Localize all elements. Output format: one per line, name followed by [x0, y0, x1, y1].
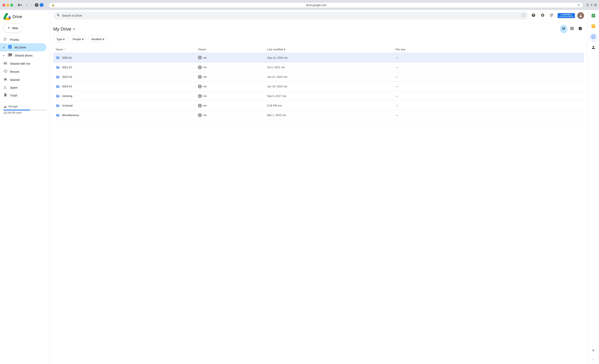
- shared-drives-icon: [8, 53, 12, 58]
- panel-add-button[interactable]: +: [590, 346, 596, 355]
- plus-icon: +: [8, 26, 10, 30]
- sidebar-item-shared-drives[interactable]: ▸ Shared drives: [0, 51, 46, 60]
- apps-button[interactable]: [548, 12, 555, 19]
- panel-notes-button[interactable]: [590, 22, 597, 31]
- cell-name: Miscellaneous: [53, 110, 195, 120]
- url-display: drive.google.com: [56, 4, 577, 7]
- details-view-button[interactable]: [577, 25, 584, 33]
- cell-owner: me: [195, 91, 264, 101]
- priority-icon: ⏱: [3, 37, 8, 42]
- sidebar-item-trash[interactable]: Trash: [0, 91, 46, 99]
- table-row[interactable]: 2022-23 me Jun 21, 2022 me — ⋮: [53, 72, 584, 82]
- new-tab-button[interactable]: +: [590, 3, 592, 7]
- filter-modified-chip[interactable]: Modified ▾: [88, 36, 107, 43]
- cell-size: — ⋮: [393, 82, 584, 91]
- cell-modified: Sep 13, 2020 me: [264, 53, 393, 62]
- shield-extension-icon[interactable]: 🛡: [35, 3, 38, 7]
- search-icon: [57, 13, 60, 18]
- owner-avatar: [198, 113, 202, 117]
- reload-icon[interactable]: ↻: [578, 4, 580, 7]
- cell-owner: me: [195, 53, 264, 62]
- filter-type-chip[interactable]: Type ▾: [53, 36, 68, 43]
- sidebar-item-my-drive[interactable]: ▸ My Drive: [0, 43, 46, 51]
- owner-avatar: [198, 56, 202, 60]
- cell-size: — ⋮: [393, 53, 584, 62]
- user-avatar[interactable]: [577, 12, 584, 19]
- cell-owner: me: [195, 72, 264, 82]
- table-row[interactable]: 2023-24 me Jun 19, 2023 me — ⋮: [53, 82, 584, 91]
- column-owner-label: Owner: [198, 48, 206, 51]
- cell-name: 2023-24: [53, 82, 195, 91]
- title-dropdown-button[interactable]: ▾: [73, 27, 76, 32]
- new-button[interactable]: + New: [3, 23, 22, 33]
- storage-icon-row: ☁ Storage: [3, 104, 46, 108]
- filter-modified-label: Modified: [91, 38, 102, 41]
- search-placeholder-text: Search in Drive: [62, 14, 520, 17]
- sidebar-item-starred[interactable]: Starred: [0, 76, 46, 84]
- address-bar[interactable]: 🔒 drive.google.com ↻: [48, 2, 583, 8]
- sidebar-item-shared-with-me[interactable]: Shared with me: [0, 60, 46, 68]
- browser-chrome: ⊞ ▾ ‹ › 🛡 i 🔒 drive.google.com ↻ ⎙ + ⧉: [0, 0, 599, 10]
- search-bar[interactable]: Search in Drive: [53, 12, 529, 19]
- sidebar-item-spam[interactable]: ⚠ Spam: [0, 84, 46, 91]
- info-extension-icon[interactable]: i: [40, 3, 44, 7]
- table-row[interactable]: 2021-22 me Jul 2, 2021 me — ⋮: [53, 62, 584, 72]
- sidebar-item-label-priority: Priority: [10, 38, 19, 41]
- sort-modified-icon[interactable]: ▾: [284, 48, 285, 51]
- app-logo-row: Drive: [0, 12, 50, 22]
- share-button[interactable]: ⎙: [587, 3, 589, 7]
- table-row[interactable]: 2020-21 me Sep 13, 2020 me —: [53, 53, 584, 62]
- cell-modified: 8:28 PM me: [264, 101, 393, 110]
- search-options-icon[interactable]: [521, 13, 525, 18]
- forward-button[interactable]: ›: [29, 3, 33, 7]
- file-table-body: 2020-21 me Sep 13, 2020 me —: [53, 53, 584, 120]
- filter-people-chip[interactable]: People ▾: [70, 36, 87, 43]
- sidebar-item-priority[interactable]: ⏱ Priority: [0, 36, 46, 43]
- sidebar-item-label-trash: Trash: [10, 94, 17, 97]
- table-row[interactable]: Advising me Sep 8, 2017 me — ⋮: [53, 91, 584, 101]
- sort-name-icon[interactable]: ↑: [64, 48, 66, 51]
- maximize-window-button[interactable]: [10, 4, 13, 7]
- back-button[interactable]: ‹: [25, 3, 28, 7]
- storage-used-text: 102.69 GB used: [3, 111, 46, 114]
- close-window-button[interactable]: [2, 4, 5, 7]
- sidebar-item-label-spam: Spam: [10, 86, 18, 89]
- owner-avatar: [198, 75, 202, 79]
- google-drive-logo-icon: [3, 13, 11, 20]
- filter-row: Type ▾ People ▾ Modified ▾: [53, 36, 584, 43]
- my-drive-icon: [8, 45, 12, 50]
- sidebar-item-label-my-drive: My Drive: [15, 46, 26, 49]
- cell-name: 2020-21: [53, 53, 195, 62]
- cell-modified: Jun 19, 2023 me: [264, 82, 393, 91]
- shared-with-me-icon: [3, 61, 8, 66]
- cell-modified: Jun 21, 2022 me: [264, 72, 393, 82]
- filter-type-arrow-icon: ▾: [63, 37, 65, 41]
- cell-owner: me: [195, 101, 264, 110]
- owner-avatar: [198, 85, 202, 89]
- panel-tasks-button[interactable]: [590, 33, 597, 42]
- cell-name: 2021-22: [53, 62, 195, 72]
- minimize-window-button[interactable]: [7, 4, 9, 7]
- sidebar-item-label-shared-drives: Shared drives: [15, 54, 32, 57]
- extension-icons: 🛡 i: [35, 3, 44, 7]
- cloud-icon: ☁: [3, 104, 7, 108]
- extensions-button[interactable]: ⧉: [594, 3, 597, 7]
- org-logo-sub: COLLEGE SCHOOL: [559, 16, 573, 18]
- table-row[interactable]: Archived me 8:28 PM me — ⋮: [53, 101, 584, 110]
- list-view-button[interactable]: [560, 25, 567, 33]
- panel-collapse-button[interactable]: ›: [591, 356, 595, 362]
- filter-people-label: People: [73, 38, 81, 41]
- panel-sheets-button[interactable]: [590, 12, 597, 21]
- grid-view-button[interactable]: [568, 25, 576, 33]
- cell-owner: me: [195, 110, 264, 120]
- help-button[interactable]: [530, 12, 537, 19]
- settings-button[interactable]: [539, 12, 546, 19]
- column-name: Name ↑: [53, 46, 195, 53]
- column-name-label: Name: [56, 48, 63, 51]
- sidebar-item-recent[interactable]: Recent: [0, 68, 46, 76]
- sidebar: Drive + New ⏱ Priority ▸ My Drive ▸ Shar…: [0, 10, 50, 364]
- cell-size: — ⋮: [393, 110, 584, 120]
- table-row[interactable]: Miscellaneous me Mar 1, 2022 me — ⋮: [53, 110, 584, 120]
- panel-contacts-button[interactable]: [590, 44, 597, 53]
- tab-sidebar-toggle[interactable]: ⊞ ▾: [17, 2, 23, 8]
